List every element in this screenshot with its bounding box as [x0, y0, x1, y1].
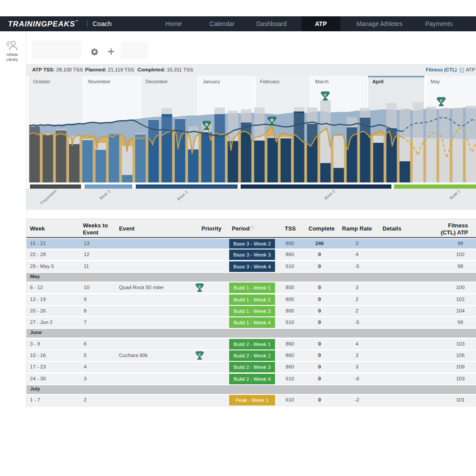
- svg-text:C: C: [440, 99, 443, 103]
- svg-text:December: December: [145, 79, 168, 84]
- svg-text:B: B: [205, 123, 208, 127]
- svg-text:November: November: [88, 79, 111, 84]
- svg-text:March: March: [315, 79, 329, 84]
- svg-text:C: C: [198, 353, 201, 357]
- svg-text:October: October: [33, 79, 50, 84]
- svg-text:B: B: [271, 118, 274, 123]
- svg-text:C: C: [198, 285, 201, 289]
- svg-text:April: April: [372, 79, 383, 84]
- svg-text:May: May: [431, 79, 440, 84]
- svg-text:January: January: [203, 79, 220, 84]
- svg-text:C: C: [324, 93, 327, 97]
- svg-text:February: February: [260, 79, 280, 84]
